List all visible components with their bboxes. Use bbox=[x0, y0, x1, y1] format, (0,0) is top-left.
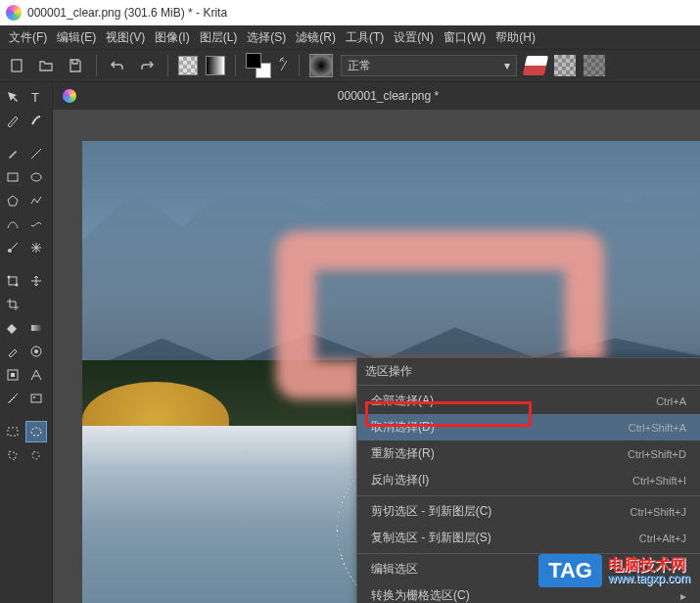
menu-help[interactable]: 帮助(H) bbox=[490, 27, 540, 48]
menu-filter[interactable]: 滤镜(R) bbox=[291, 27, 341, 48]
menu-layer[interactable]: 图层(L) bbox=[195, 27, 243, 48]
blend-mode-select[interactable]: 正常 ▾ bbox=[341, 55, 517, 76]
svg-rect-3 bbox=[8, 173, 18, 181]
menu-select[interactable]: 选择(S) bbox=[242, 27, 291, 48]
brush-preset[interactable] bbox=[309, 54, 333, 77]
main-toolbar: 正常 ▾ bbox=[0, 49, 700, 82]
crop-tool[interactable] bbox=[2, 294, 23, 315]
text-tool[interactable]: T bbox=[25, 86, 47, 108]
svg-rect-9 bbox=[31, 325, 41, 331]
menu-cut-to-layer[interactable]: 剪切选区 - 到新图层(C)Ctrl+Shift+J bbox=[357, 498, 700, 525]
chevron-down-icon: ▾ bbox=[504, 59, 510, 72]
watermark-url: www.tagxp.com bbox=[608, 573, 690, 585]
redo-button[interactable] bbox=[136, 55, 158, 76]
svg-rect-6 bbox=[9, 277, 17, 285]
titlebar: 000001_clear.png (301.6 MiB) * - Krita bbox=[0, 0, 700, 25]
alpha-lock-button[interactable] bbox=[554, 55, 576, 76]
menu-image[interactable]: 图像(I) bbox=[150, 27, 194, 48]
multibrush-tool[interactable] bbox=[25, 237, 47, 258]
svg-rect-15 bbox=[8, 428, 18, 436]
swap-colors-icon[interactable] bbox=[279, 57, 289, 74]
freehand-path-tool[interactable] bbox=[25, 213, 47, 235]
move-tool[interactable] bbox=[2, 86, 23, 108]
rect-select-tool[interactable] bbox=[2, 421, 23, 442]
svg-point-11 bbox=[34, 349, 38, 353]
dynamic-brush-tool[interactable] bbox=[2, 237, 23, 258]
menu-select-all[interactable]: 全部选择(A)Ctrl+A bbox=[357, 388, 700, 414]
assistant-tool[interactable] bbox=[25, 364, 47, 386]
fill-tool[interactable] bbox=[2, 317, 23, 339]
menu-tools[interactable]: 工具(T) bbox=[341, 27, 389, 48]
svg-point-5 bbox=[8, 249, 12, 253]
menu-reselect[interactable]: 重新选择(R)Ctrl+Shift+D bbox=[357, 441, 700, 467]
toolbox: T bbox=[0, 82, 53, 603]
svg-rect-0 bbox=[12, 60, 22, 71]
move-layer-tool[interactable] bbox=[25, 270, 47, 292]
new-file-button[interactable] bbox=[6, 55, 27, 76]
menubar: 文件(F) 编辑(E) 视图(V) 图像(I) 图层(L) 选择(S) 滤镜(R… bbox=[0, 25, 700, 49]
pattern-swatch[interactable] bbox=[178, 56, 198, 75]
watermark-cn: 电脑技术网 bbox=[608, 556, 690, 574]
watermark-tag: TAG bbox=[538, 554, 602, 587]
menu-settings[interactable]: 设置(N) bbox=[389, 27, 439, 48]
color-swatch[interactable] bbox=[246, 53, 271, 78]
krita-logo-icon bbox=[6, 5, 22, 21]
svg-point-7 bbox=[8, 276, 11, 279]
context-menu-title: 选区操作 bbox=[357, 358, 700, 383]
window-title: 000001_clear.png (301.6 MiB) * - Krita bbox=[27, 6, 227, 20]
bezier-tool[interactable] bbox=[2, 213, 23, 235]
polygonal-select-tool[interactable] bbox=[2, 444, 23, 466]
svg-text:T: T bbox=[31, 90, 39, 104]
svg-rect-13 bbox=[31, 394, 41, 402]
watermark: TAG 电脑技术网 www.tagxp.com bbox=[538, 554, 690, 587]
document-tab[interactable]: 000001_clear.png * bbox=[86, 89, 690, 103]
svg-point-14 bbox=[33, 396, 35, 398]
open-file-button[interactable] bbox=[35, 55, 57, 76]
svg-line-2 bbox=[31, 149, 41, 159]
menu-view[interactable]: 视图(V) bbox=[101, 27, 150, 48]
polygon-tool[interactable] bbox=[2, 190, 23, 211]
menu-edit[interactable]: 编辑(E) bbox=[52, 27, 101, 48]
gradient-swatch[interactable] bbox=[206, 56, 225, 75]
measure-tool[interactable] bbox=[2, 388, 23, 409]
menu-file[interactable]: 文件(F) bbox=[4, 27, 52, 48]
polyline-tool[interactable] bbox=[25, 190, 47, 211]
gradient-tool[interactable] bbox=[25, 317, 47, 339]
edit-shapes-tool[interactable] bbox=[2, 110, 23, 131]
pattern-tool[interactable] bbox=[25, 341, 47, 362]
line-tool[interactable] bbox=[25, 143, 47, 164]
krita-logo-icon bbox=[63, 89, 76, 103]
calligraphy-tool[interactable] bbox=[25, 110, 47, 131]
undo-button[interactable] bbox=[107, 55, 128, 76]
transform-tool[interactable] bbox=[2, 270, 23, 292]
svg-point-16 bbox=[31, 428, 41, 436]
mirror-button[interactable] bbox=[583, 55, 605, 76]
menu-invert-selection[interactable]: 反向选择(I)Ctrl+Shift+I bbox=[357, 467, 700, 493]
eraser-toggle[interactable] bbox=[525, 55, 546, 76]
rectangle-tool[interactable] bbox=[2, 166, 23, 188]
document-tab-bar: 000001_clear.png * bbox=[53, 82, 700, 110]
svg-point-4 bbox=[31, 173, 41, 181]
color-picker-tool[interactable] bbox=[2, 341, 23, 362]
smart-fill-tool[interactable] bbox=[2, 364, 23, 386]
menu-copy-to-layer[interactable]: 复制选区 - 到新图层(S)Ctrl+Alt+J bbox=[357, 525, 700, 551]
ellipse-select-tool[interactable] bbox=[25, 421, 47, 442]
menu-window[interactable]: 窗口(W) bbox=[439, 27, 490, 48]
ellipse-tool[interactable] bbox=[25, 166, 47, 188]
brush-tool[interactable] bbox=[2, 143, 23, 164]
menu-deselect[interactable]: 取消选择(D)Ctrl+Shift+A bbox=[357, 414, 700, 441]
freehand-select-tool[interactable] bbox=[25, 444, 47, 466]
reference-tool[interactable] bbox=[25, 388, 47, 409]
save-button[interactable] bbox=[65, 55, 86, 76]
svg-point-8 bbox=[16, 284, 19, 287]
